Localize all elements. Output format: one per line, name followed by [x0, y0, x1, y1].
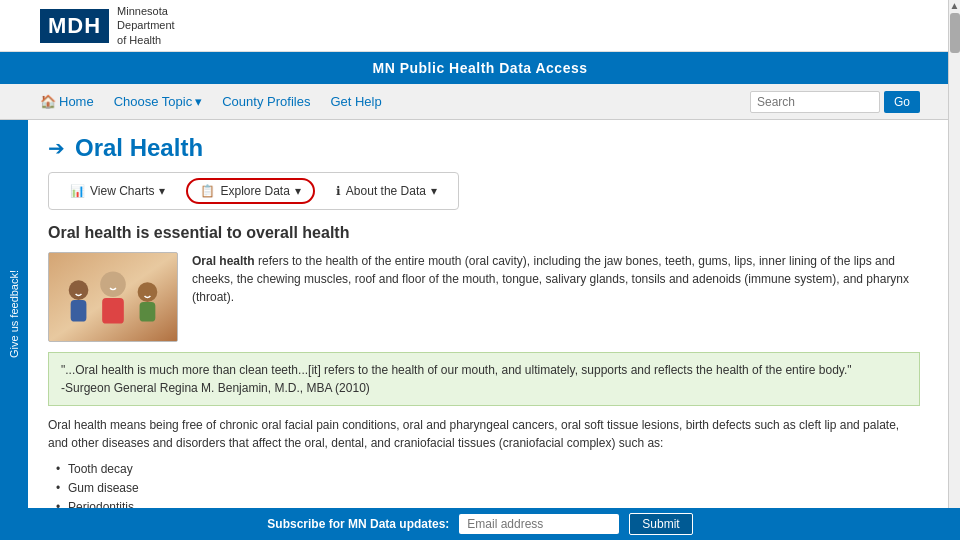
chevron-down-icon: ▾ — [295, 184, 301, 198]
svg-rect-3 — [71, 300, 87, 322]
action-bar: 📊 View Charts ▾ 📋 Explore Data ▾ ℹ About… — [48, 172, 459, 210]
image-placeholder — [49, 253, 177, 341]
bullet-list: Tooth decay Gum disease Periodontitis To… — [48, 460, 920, 508]
top-header: MDH Minnesota Department of Health — [0, 0, 960, 52]
view-charts-button[interactable]: 📊 View Charts ▾ — [57, 178, 178, 204]
body-text: Oral health means being free of chronic … — [48, 416, 920, 452]
nav-county-profiles[interactable]: County Profiles — [222, 94, 310, 109]
svg-rect-7 — [140, 302, 156, 322]
main-content: Give us feedback! ➔ Oral Health 📊 View C… — [0, 120, 960, 508]
chart-icon: 📊 — [70, 184, 85, 198]
blue-banner: MN Public Health Data Access — [0, 52, 960, 84]
quote-box: "...Oral health is much more than clean … — [48, 352, 920, 406]
home-icon: 🏠 — [40, 94, 56, 109]
quote-text: "...Oral health is much more than clean … — [61, 361, 907, 379]
feedback-sidebar[interactable]: Give us feedback! — [0, 120, 28, 508]
svg-point-6 — [138, 282, 158, 302]
page-title: Oral Health — [75, 134, 203, 162]
page-title-row: ➔ Oral Health — [48, 134, 920, 162]
chevron-down-icon: ▾ — [195, 94, 202, 109]
go-button[interactable]: Go — [884, 91, 920, 113]
nav-choose-topic[interactable]: Choose Topic ▾ — [114, 94, 203, 109]
scrollbar-thumb[interactable] — [950, 13, 960, 53]
email-input[interactable] — [459, 514, 619, 534]
intro-bold: Oral health — [192, 254, 255, 268]
nav-bar: 🏠 Home Choose Topic ▾ County Profiles Ge… — [0, 84, 960, 120]
arrow-icon: ➔ — [48, 136, 65, 160]
svg-rect-5 — [102, 298, 124, 324]
nav-home[interactable]: 🏠 Home — [40, 94, 94, 109]
footer: Subscribe for MN Data updates: Submit — [0, 508, 960, 540]
page-content: ➔ Oral Health 📊 View Charts ▾ 📋 Explore … — [28, 120, 960, 508]
nav-get-help[interactable]: Get Help — [330, 94, 381, 109]
explore-data-button[interactable]: 📋 Explore Data ▾ — [186, 178, 314, 204]
mdh-logo: MDH Minnesota Department of Health — [40, 4, 175, 47]
mdh-logo-box: MDH — [40, 9, 109, 43]
content-block: Oral health refers to the health of the … — [48, 252, 920, 342]
about-data-button[interactable]: ℹ About the Data ▾ — [323, 178, 450, 204]
chevron-down-icon: ▾ — [431, 184, 437, 198]
scroll-up-icon[interactable]: ▲ — [949, 0, 960, 11]
info-icon: ℹ — [336, 184, 341, 198]
mdh-logo-text: Minnesota Department of Health — [117, 4, 174, 47]
quote-attribution: -Surgeon General Regina M. Benjamin, M.D… — [61, 379, 907, 397]
chevron-down-icon: ▾ — [159, 184, 165, 198]
scrollbar[interactable]: ▲ ▼ — [948, 0, 960, 540]
search-container: Go — [750, 91, 920, 113]
svg-point-2 — [69, 280, 89, 300]
list-item: Periodontitis — [68, 498, 920, 508]
section-heading: Oral health is essential to overall heal… — [48, 224, 920, 242]
list-item: Tooth decay — [68, 460, 920, 479]
svg-point-4 — [100, 271, 126, 297]
intro-text: refers to the health of the entire mouth… — [192, 254, 909, 304]
content-text: Oral health refers to the health of the … — [192, 252, 920, 342]
submit-button[interactable]: Submit — [629, 513, 692, 535]
family-image — [48, 252, 178, 342]
table-icon: 📋 — [200, 184, 215, 198]
search-input[interactable] — [750, 91, 880, 113]
list-item: Gum disease — [68, 479, 920, 498]
subscribe-label: Subscribe for MN Data updates: — [267, 517, 449, 531]
